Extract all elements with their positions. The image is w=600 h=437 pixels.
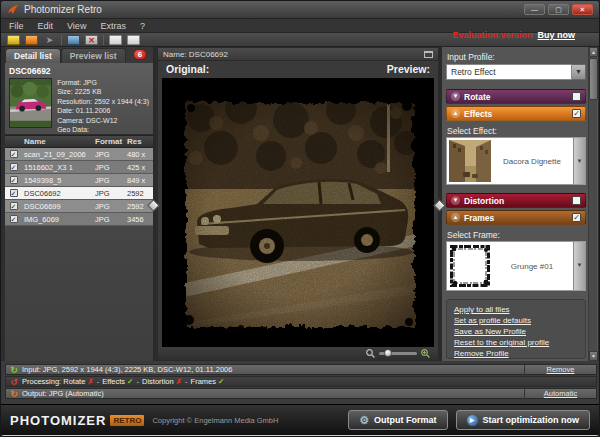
evaluation-banner: Evaluation versionBuy now [452,30,575,40]
section-effects[interactable]: ▲ Effects ✓ [446,106,586,121]
input-summary: Input: JPG, 2592 x 1944 (4:3), 2225 KB, … [22,365,524,374]
detach-window-icon[interactable] [424,51,433,58]
reset-profile-link[interactable]: Reset to the original profile [454,337,578,348]
automatic-link[interactable]: Automatic [524,389,596,399]
zoom-slider-knob[interactable] [384,349,392,357]
preview-header: Name: DSC06692 [158,48,438,61]
window-title: Photomizer Retro [24,4,521,15]
column-resolution[interactable]: Res [127,137,153,146]
camera-icon[interactable] [67,35,80,45]
file-count-badge: 6 [133,49,147,60]
column-format[interactable]: Format [95,137,127,146]
row-checkbox[interactable]: ✓ [10,163,18,171]
retro-badge: RETRO [110,415,144,426]
app-window: Photomizer Retro — ▢ ✕ File Edit View Ex… [0,0,600,437]
row-checkbox[interactable]: ✓ [10,215,18,223]
footer-bar: PHOTOMIZER RETRO Copyright © Engelmann M… [1,404,599,435]
zoom-in-icon[interactable] [421,349,430,358]
toolbar-separator [61,35,62,45]
list-tabs: Detail list Preview list 6 [5,47,153,63]
effects-status-mark: ✓ [127,377,133,386]
processing-summary: Processing: Rotate✗- Effects✓- Distortio… [22,377,524,386]
photomizer-logo: PHOTOMIZER [10,413,106,428]
chevron-up-icon[interactable]: ▲ [451,109,460,118]
menu-extras[interactable]: Extras [100,21,126,31]
menu-view[interactable]: View [67,21,86,31]
start-optimization-button[interactable]: ▶ Start optimization now [456,410,591,430]
zoom-bar [158,347,438,360]
scroll-down-icon[interactable]: ▼ [589,351,598,361]
chevron-down-icon[interactable]: ▼ [451,92,460,101]
frame-dropdown-arrow[interactable]: ▼ [573,242,585,290]
chevron-down-icon[interactable]: ▼ [572,64,586,80]
tab-detail-list[interactable]: Detail list [5,48,61,63]
effect-dropdown-arrow[interactable]: ▼ [573,138,585,184]
row-checkbox[interactable]: ✓ [10,176,18,184]
frame-name: Grunge #01 [491,262,573,271]
delete-icon[interactable]: ✕ [85,35,98,45]
profile-panel: Input Profile: Retro Effect ▼ ▼ Rotate ▲… [442,47,598,361]
status-processing-row: ↺ Processing: Rotate✗- Effects✓- Distort… [5,376,597,387]
zoom-slider[interactable] [379,352,417,355]
close-button[interactable]: ✕ [572,4,593,15]
play-icon: ▶ [467,415,478,426]
minimize-button[interactable]: — [524,4,545,15]
output-format-button[interactable]: ⚙ Output Format [348,410,447,430]
detail-view-icon[interactable] [109,35,122,45]
section-rotate[interactable]: ▼ Rotate [446,89,586,104]
buy-now-link[interactable]: Buy now [538,30,576,40]
import-icon[interactable]: ➤ [43,35,56,45]
gear-icon: ⚙ [359,414,369,427]
rotate-status-mark: ✗ [87,377,93,386]
output-summary: Output: JPG (Automatic) [22,389,524,398]
apply-all-link[interactable]: Apply to all files [454,304,578,315]
column-name[interactable]: Name [22,137,95,146]
row-checkbox[interactable]: ✓ [10,150,18,158]
panel-scrollbar[interactable]: ▲ ▼ [588,47,597,361]
frames-checkbox[interactable]: ✓ [572,213,581,222]
save-profile-link[interactable]: Save as New Profile [454,326,578,337]
row-checkbox[interactable]: ✓ [10,189,18,197]
chevron-up-icon[interactable]: ▲ [451,213,460,222]
maximize-button[interactable]: ▢ [548,4,569,15]
profile-links: Apply to all files Set as profile defaul… [446,299,586,359]
effect-thumbnail [449,140,491,182]
new-icon[interactable] [7,35,20,45]
table-row-selected[interactable]: ✓ DSC06692JPG2592 [5,187,153,200]
scrollbar-thumb[interactable] [589,58,598,100]
remove-link[interactable]: Remove [524,365,596,375]
rotate-checkbox[interactable] [572,92,581,101]
frame-selector[interactable]: Grunge #01 ▼ [446,241,586,291]
input-profile-dropdown[interactable]: Retro Effect ▼ [446,64,586,80]
table-row[interactable]: ✓ DSC06699JPG2592 [5,200,153,213]
table-row[interactable]: ✓ IMG_6069JPG3456 [5,213,153,226]
input-profile-value[interactable]: Retro Effect [446,64,572,80]
frame-thumbnail [449,244,491,288]
table-row[interactable]: ✓ scan_21_09_2006JPG480 x [5,148,153,161]
table-row[interactable]: ✓ 1549398_5JPG849 x [5,174,153,187]
tab-preview-list[interactable]: Preview list [61,48,126,63]
input-profile-label: Input Profile: [447,52,495,62]
menu-help[interactable]: ? [140,21,145,31]
distortion-checkbox[interactable] [572,196,581,205]
menu-edit[interactable]: Edit [38,21,54,31]
zoom-out-icon[interactable] [366,349,375,358]
section-distortion[interactable]: ▼ Distortion [446,193,586,208]
menu-file[interactable]: File [9,21,24,31]
set-defaults-link[interactable]: Set as profile defaults [454,315,578,326]
table-row[interactable]: ✓ 1516602_X3 1JPG425 x [5,161,153,174]
section-frames[interactable]: ▲ Frames ✓ [446,210,586,225]
title-bar: Photomizer Retro — ▢ ✕ [1,1,599,19]
distortion-status-mark: ✗ [176,377,182,386]
preview-labels: Original: Preview: [158,61,438,77]
preview-view-icon[interactable] [127,35,140,45]
preview-file-name: Name: DSC06692 [163,50,424,59]
remove-profile-link[interactable]: Remove Profile [454,348,578,359]
effects-checkbox[interactable]: ✓ [572,109,581,118]
open-folder-icon[interactable] [25,35,38,45]
select-frame-label: Select Frame: [447,230,500,240]
chevron-down-icon[interactable]: ▼ [451,196,460,205]
row-checkbox[interactable]: ✓ [10,202,18,210]
effect-selector[interactable]: Dacora Dignette ▼ [446,137,586,185]
scroll-up-icon[interactable]: ▲ [589,47,598,57]
